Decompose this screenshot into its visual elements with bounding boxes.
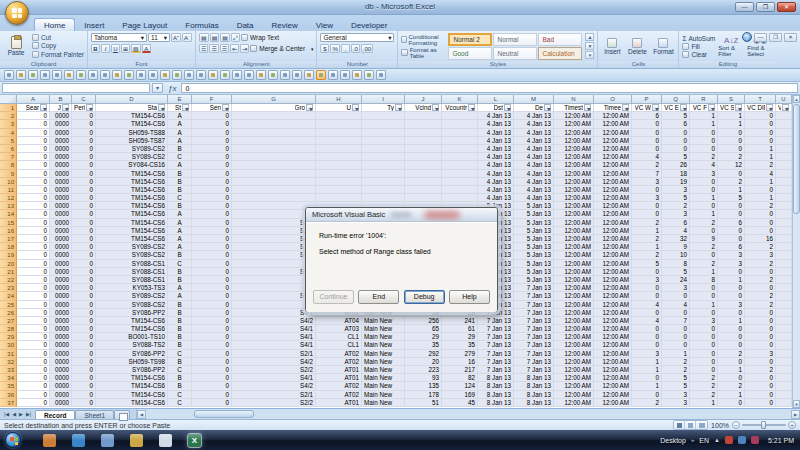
cell-A17[interactable]: 0 [17,235,50,243]
cell-I35[interactable]: Main New [362,382,405,390]
cell-F26[interactable]: 0 [192,309,232,317]
cell-P7[interactable]: 4 [632,153,662,161]
cell-K7[interactable] [442,153,478,161]
cell-L33[interactable]: 7 Jan 13 [478,366,514,374]
cell-U23[interactable] [776,284,792,292]
cell-R20[interactable]: 2 [690,260,718,268]
cell-T30[interactable]: 0 [745,341,776,349]
row-header-11[interactable]: 11 [0,186,17,194]
cell-B6[interactable]: 0000 [50,145,72,153]
cell-T34[interactable]: 0 [745,374,776,382]
cell-C31[interactable]: 0 [72,350,96,358]
cell-M25[interactable]: 7 Jan 13 [514,301,554,309]
cell-B35[interactable]: 0000 [50,382,72,390]
cell-U30[interactable] [776,341,792,349]
cell-C23[interactable]: 0 [72,284,96,292]
cell-M35[interactable]: 8 Jan 13 [514,382,554,390]
cell-R11[interactable]: 0 [690,186,718,194]
cell-O8[interactable]: 12:00 AM [594,161,632,169]
cell-D18[interactable]: SY089-CS2 [96,243,168,251]
chart-wizard-icon[interactable] [328,70,338,80]
cell-N37[interactable]: 12:00 AM [554,399,594,407]
cell-Q21[interactable]: 5 [662,268,690,276]
vertical-scroll-thumb[interactable] [793,104,800,214]
cell-H9[interactable] [316,170,362,178]
decrease-decimal-button[interactable]: .00 [361,44,373,53]
tray-icon-1[interactable] [725,436,733,444]
number-format-select[interactable]: General▾ [320,33,394,42]
cell-P15[interactable]: 2 [632,219,662,227]
cell-H2[interactable] [316,112,362,120]
cell-U16[interactable] [776,227,792,235]
cell-B32[interactable]: 0000 [50,358,72,366]
row-header-26[interactable]: 26 [0,309,17,317]
cell-Q32[interactable]: 2 [662,358,690,366]
cell-N26[interactable]: 12:00 AM [554,309,594,317]
cell-O2[interactable]: 12:00 AM [594,112,632,120]
cell-H6[interactable] [316,145,362,153]
cell-D12[interactable]: TM154-CS6 [96,194,168,202]
cell-I31[interactable]: Main New [362,350,405,358]
filter-header-P[interactable]: VC W [632,104,662,112]
cell-Q37[interactable]: 3 [662,399,690,407]
cell-B8[interactable]: 0000 [50,161,72,169]
cell-A3[interactable]: 0 [17,120,50,128]
omega-icon[interactable] [292,70,302,80]
cell-D15[interactable]: TM154-CS6 [96,219,168,227]
cell-H27[interactable]: AT04 [316,317,362,325]
cell-R33[interactable]: 0 [690,366,718,374]
cell-T29[interactable]: 0 [745,333,776,341]
filter-header-Q[interactable]: VC E [662,104,690,112]
cell-P3[interactable]: 0 [632,120,662,128]
italic-button[interactable]: I [101,44,110,53]
macro-icon[interactable] [376,70,386,80]
cell-J36[interactable]: 178 [405,391,442,399]
cell-B2[interactable]: 0000 [50,112,72,120]
filter-header-S[interactable]: VC S [718,104,745,112]
filter-header-F[interactable]: Sen [192,104,232,112]
row-header-20[interactable]: 20 [0,260,17,268]
chart-blue-icon[interactable] [304,70,314,80]
cell-F23[interactable]: 0 [192,284,232,292]
filter-arrow-icon[interactable] [766,104,773,111]
cell-S31[interactable]: 2 [718,350,745,358]
filter-arrow-icon[interactable] [40,104,47,111]
cell-O26[interactable]: 12:00 AM [594,309,632,317]
cell-G15[interactable]: S4/2 [232,219,316,227]
tab-view[interactable]: View [307,19,342,31]
cell-J31[interactable]: 292 [405,350,442,358]
bold-button[interactable]: B [91,44,100,53]
row-header-3[interactable]: 3 [0,120,17,128]
cell-O14[interactable]: 12:00 AM [594,210,632,218]
cell-I12[interactable] [362,194,405,202]
workbook-close-button[interactable]: ✕ [784,33,797,42]
cell-U37[interactable] [776,399,792,407]
cell-J6[interactable] [405,145,442,153]
cell-F6[interactable]: 0 [192,145,232,153]
start-button[interactable] [5,432,21,448]
cell-T5[interactable]: 0 [745,137,776,145]
restore-button[interactable]: ❐ [756,2,775,12]
cell-J35[interactable]: 135 [405,382,442,390]
cell-U7[interactable] [776,153,792,161]
cell-G37[interactable]: S2/2 [232,399,316,407]
comma-style-button[interactable]: , [341,44,350,53]
column-header-H[interactable]: H [316,95,362,104]
filter-arrow-icon[interactable] [735,104,742,111]
filter-header-N[interactable]: Timest [554,104,594,112]
cell-P22[interactable]: 3 [632,276,662,284]
new-icon[interactable] [88,70,98,80]
cell-B14[interactable]: 0000 [50,210,72,218]
cell-O15[interactable]: 12:00 AM [594,219,632,227]
cell-G27[interactable]: S4/2 [232,317,316,325]
cell-T14[interactable]: 0 [745,210,776,218]
cell-I29[interactable]: Main New [362,333,405,341]
cell-N22[interactable]: 12:00 AM [554,276,594,284]
cell-Q3[interactable]: 6 [662,120,690,128]
filter-arrow-icon[interactable] [306,104,313,111]
column-header-R[interactable]: R [690,95,718,104]
zoom-out-icon[interactable]: − [732,421,740,429]
cell-N12[interactable]: 12:00 AM [554,194,594,202]
wrap-text-button[interactable]: Wrap Text [241,34,279,41]
cell-O9[interactable]: 12:00 AM [594,170,632,178]
